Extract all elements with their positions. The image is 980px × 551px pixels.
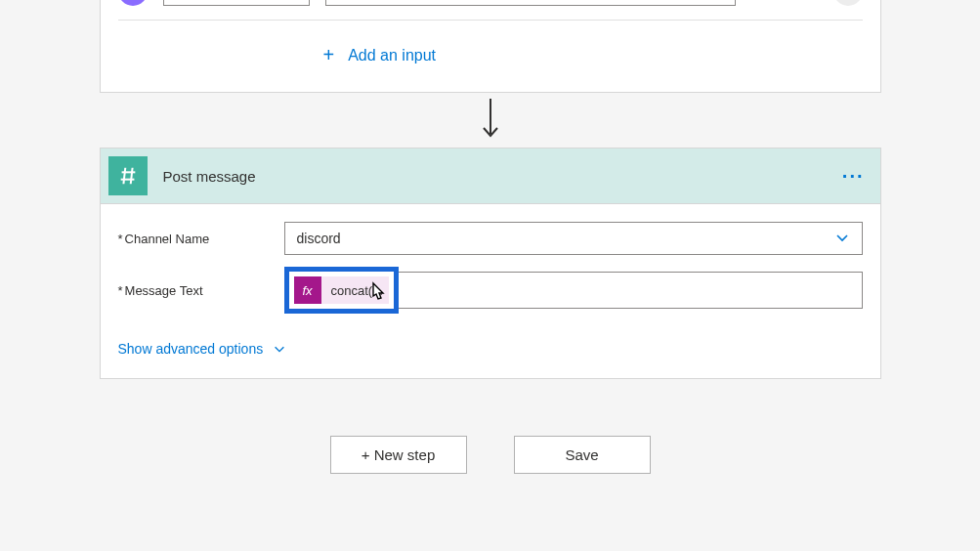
- input-placeholder-field[interactable]: Please enter your email: [325, 0, 736, 6]
- show-advanced-options[interactable]: Show advanced options: [118, 341, 287, 357]
- trigger-card: AA Input Please enter your email + Add a…: [100, 0, 881, 93]
- trigger-input-row: AA Input Please enter your email: [118, 0, 863, 21]
- message-text-label: *Message Text: [118, 283, 284, 298]
- input-name-field[interactable]: Input: [163, 0, 310, 6]
- action-menu-button[interactable]: ···: [842, 165, 865, 188]
- message-text-row: *Message Text fx concat(...: [118, 267, 863, 314]
- channel-name-row: *Channel Name discord: [118, 222, 863, 255]
- svg-line-3: [123, 168, 125, 185]
- chevron-down-icon: [273, 342, 286, 356]
- expression-token-highlight: fx concat(...: [284, 267, 399, 314]
- expression-chip[interactable]: fx concat(...: [294, 276, 389, 304]
- input-options-button[interactable]: [833, 0, 863, 6]
- add-input-label: Add an input: [348, 47, 436, 64]
- action-card: Post message ··· *Channel Name discord *…: [100, 148, 881, 379]
- add-input-button[interactable]: + Add an input: [118, 36, 863, 74]
- channel-name-label: *Channel Name: [118, 232, 284, 246]
- footer-buttons: + New step Save: [330, 436, 651, 474]
- channel-name-value: discord: [297, 231, 341, 246]
- flow-arrow-connector: [480, 93, 501, 148]
- input-type-badge: AA: [118, 0, 148, 6]
- message-text-field[interactable]: fx concat(...: [284, 267, 863, 314]
- arrow-down-icon: [480, 99, 501, 142]
- channel-name-dropdown[interactable]: discord: [284, 222, 863, 255]
- svg-line-4: [130, 168, 132, 185]
- hash-icon: [108, 156, 148, 195]
- action-title: Post message: [163, 168, 842, 185]
- save-button[interactable]: Save: [514, 436, 651, 474]
- fx-icon: fx: [294, 276, 321, 304]
- plus-icon: +: [323, 44, 335, 66]
- expression-text: concat(...: [331, 283, 389, 298]
- new-step-button[interactable]: + New step: [330, 436, 467, 474]
- action-body: *Channel Name discord *Message Text: [100, 203, 881, 379]
- action-header[interactable]: Post message ···: [100, 148, 881, 203]
- chevron-down-icon: [834, 230, 850, 248]
